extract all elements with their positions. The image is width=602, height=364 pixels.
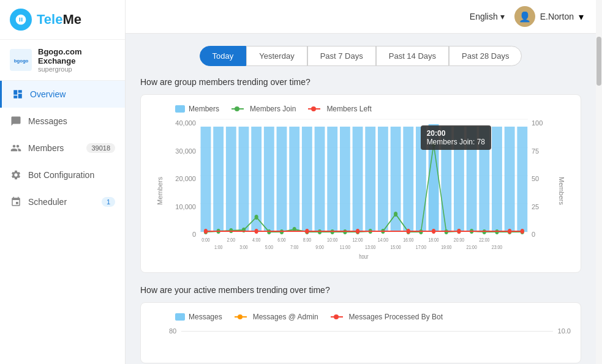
chart1-card: Members Members Join [140,94,581,273]
svg-point-63 [407,229,410,234]
sidebar-item-bot-configuration[interactable]: Bot Configuration [0,162,125,188]
language-selector[interactable]: English ▾ [470,12,505,21]
y-right-75: 75 [532,147,539,155]
svg-point-60 [255,229,258,234]
sidebar-item-messages[interactable]: Messages [0,108,125,135]
legend2-messages-label: Messages [189,313,222,321]
tooltip-time: 20:00 [427,129,485,138]
svg-text:17:00: 17:00 [416,244,427,250]
svg-rect-19 [353,127,363,232]
tab-past14[interactable]: Past 14 Days [376,46,449,66]
svg-text:3:00: 3:00 [239,244,248,250]
svg-rect-14 [289,127,299,232]
members-label: Members [28,143,64,153]
svg-rect-23 [403,127,413,232]
scheduler-icon [10,196,22,208]
tab-past28[interactable]: Past 28 Days [449,46,522,66]
legend2-admin-icon [235,316,247,318]
user-name: E.Norton [540,12,574,21]
legend2-bot-label: Messages Processed By Bot [349,313,443,321]
svg-text:2:00: 2:00 [227,237,236,243]
chart2-y-right: 10.0 [558,327,571,335]
y-val-10k: 10,000 [175,203,196,210]
svg-rect-8 [213,127,224,232]
svg-text:1:00: 1:00 [214,244,223,250]
members-badge: 39018 [86,143,115,153]
svg-text:22:00: 22:00 [479,237,490,243]
svg-point-64 [432,229,435,234]
scrollbar-thumb[interactable] [596,37,601,86]
scheduler-label: Scheduler [28,197,67,207]
chart2-card: Messages Messages @ Admin [140,302,581,363]
legend-members: Members [175,105,219,113]
chart2-y-left: 80 [169,327,176,335]
svg-text:10:00: 10:00 [327,237,338,243]
svg-rect-17 [327,127,337,232]
workspace-avatar: bgogo [10,49,32,71]
legend-members-label: Members [189,105,219,113]
svg-text:0:00: 0:00 [201,237,210,243]
tab-today[interactable]: Today [200,46,247,66]
legend-left-label: Members Left [326,105,371,113]
svg-text:15:00: 15:00 [390,244,401,250]
svg-rect-10 [239,127,249,232]
logo-tele: Tele [37,12,62,27]
svg-point-62 [356,229,359,234]
svg-point-59 [204,229,208,234]
svg-point-37 [255,215,258,220]
svg-text:19:00: 19:00 [441,244,452,250]
svg-text:8:00: 8:00 [303,237,312,243]
svg-point-48 [394,212,397,217]
svg-point-66 [508,229,511,234]
legend2-msg-admin: Messages @ Admin [235,313,318,321]
sidebar-item-members[interactable]: Members 39018 [0,135,125,162]
svg-point-61 [305,229,309,234]
svg-rect-15 [302,127,312,232]
y-right-50: 50 [532,175,539,182]
content-area: Today Yesterday Past 7 Days Past 14 Days… [126,34,596,364]
svg-rect-20 [365,127,375,232]
y-right-25: 25 [532,203,539,210]
sidebar-item-scheduler[interactable]: Scheduler 1 [0,188,125,215]
workspace-details: Bgogo.com Exchange supergroup [38,47,115,73]
svg-text:5:00: 5:00 [265,244,274,250]
tooltip-label: Members Join: 78 [427,138,485,146]
legend-members-left: Members Left [308,105,371,113]
workspace-type: supergroup [38,65,115,73]
y-axis-right: 100 75 50 25 0 [528,119,552,262]
svg-point-65 [457,229,461,234]
svg-text:12:00: 12:00 [352,237,363,243]
workspace-name: Bgogo.com Exchange [38,47,115,65]
scheduler-badge: 1 [102,197,115,207]
y-val-0: 0 [192,231,196,238]
svg-rect-32 [517,127,527,232]
legend-join-label: Members Join [250,105,296,113]
svg-text:18:00: 18:00 [428,237,439,243]
scrollbar[interactable] [596,0,602,364]
svg-text:23:00: 23:00 [492,244,503,250]
y-label-right: Members [558,177,565,205]
legend-left-icon [308,108,320,110]
logo-me: Me [62,12,81,27]
tab-past7[interactable]: Past 7 Days [307,46,376,66]
y-right-0: 0 [532,231,535,238]
members-icon [10,142,22,154]
sidebar-item-overview[interactable]: Overview [0,81,125,108]
tab-yesterday[interactable]: Yesterday [246,46,307,66]
svg-rect-31 [505,127,515,232]
topbar: English ▾ 👤 E.Norton ▾ [126,0,596,34]
tab-bar: Today Yesterday Past 7 Days Past 14 Days… [140,46,581,66]
svg-rect-16 [315,127,325,232]
user-menu[interactable]: 👤 E.Norton ▾ [514,6,584,27]
y-val-20k: 20,000 [175,175,196,182]
legend2-messages: Messages [175,313,222,321]
y-right-100: 100 [532,119,543,127]
bot-configuration-label: Bot Configuration [28,170,94,180]
sidebar: TeleMe bgogo Bgogo.com Exchange supergro… [0,0,126,364]
legend2-bot-icon [331,316,343,318]
workspace-info[interactable]: bgogo Bgogo.com Exchange supergroup [0,40,125,81]
svg-text:20:00: 20:00 [454,237,465,243]
messages-icon [10,115,22,127]
logo-text: TeleMe [37,12,81,28]
svg-text:6:00: 6:00 [277,237,286,243]
